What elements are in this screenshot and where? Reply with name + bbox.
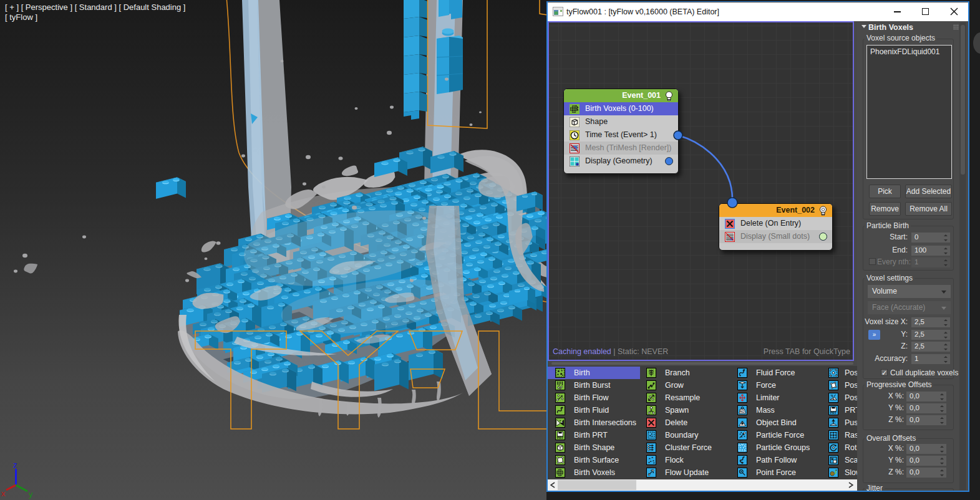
svg-text:x: x bbox=[1, 489, 6, 498]
svg-text:z: z bbox=[13, 460, 17, 469]
svg-text:PRT: PRT bbox=[830, 411, 837, 415]
svg-text:PRT: PRT bbox=[557, 436, 564, 440]
svg-text:y: y bbox=[29, 489, 33, 499]
svg-text:KG: KG bbox=[740, 410, 744, 413]
